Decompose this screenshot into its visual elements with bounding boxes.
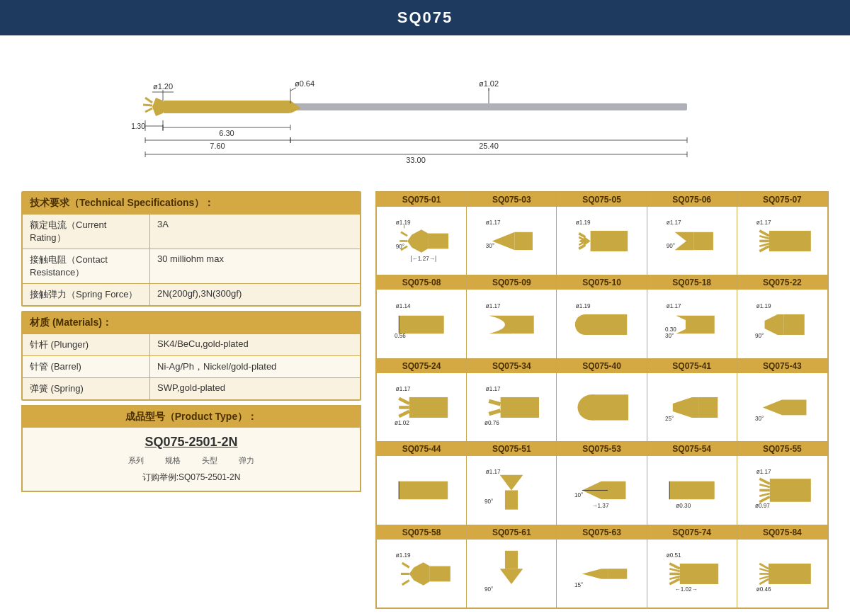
svg-text:|←1.27→|: |←1.27→| [411,256,436,262]
diagram-section: ø1.20 ø0.64 ø1.02 1.30 [21,42,829,184]
svg-text:ø0.97: ø0.97 [755,503,770,509]
svg-rect-73 [511,315,534,333]
tip-image-43: 30° [737,373,827,441]
tip-cell-84: SQ075-84 [737,525,827,608]
tip-header-08: SQ075-08 [377,275,466,290]
svg-text:90°: 90° [396,244,404,251]
tip-cell-43: SQ075-43 30° [737,359,827,442]
svg-line-2 [145,98,152,103]
tip-cell-51: SQ075-51 ø1.17 90° [467,442,557,525]
tip-header-43: SQ075-43 [737,359,827,373]
tip-header-03: SQ075-03 [467,193,556,207]
tip-image-34: ø1.17 ø0.76 [467,373,556,441]
svg-line-89 [399,411,409,416]
svg-text:1.30: 1.30 [131,122,145,130]
barrel-value: Ni-Ag/Ph，Nickel/gold-plated [150,356,360,377]
tip-header-34: SQ075-34 [467,359,556,373]
svg-text:ø1.17: ø1.17 [486,386,501,392]
label-force: 弹力 [239,455,254,466]
svg-line-122 [760,485,771,488]
tip-image-61: 90° [467,540,556,608]
tip-image-10: ø1.19 [557,290,646,358]
svg-rect-133 [430,566,450,581]
svg-line-151 [760,576,769,579]
svg-text:ø1.14: ø1.14 [396,302,411,309]
svg-line-87 [399,399,409,404]
svg-rect-135 [505,551,518,569]
tip-image-55: ø1.17 ø0.97 [737,456,827,524]
svg-rect-59 [693,232,713,250]
page: SQ075 [0,0,850,616]
svg-text:ø1.19: ø1.19 [756,302,771,309]
technical-specs-header: 技术要求（Technical Specifications）： [23,193,360,214]
tip-cell-22: SQ075-22 ø1.19 90° [737,275,827,358]
tip-image-84: ø0.46 [737,540,827,608]
tip-image-74: ←1.02→ ø0.51 [647,540,737,608]
svg-text:←1.02→: ←1.02→ [674,586,697,593]
tip-image-58: ø1.19 [377,540,466,608]
svg-marker-58 [674,232,693,250]
svg-text:25°: 25° [665,416,674,422]
svg-marker-134 [500,569,523,584]
tip-image-08: ø1.14 0.56 [377,290,466,358]
specs-panel: 技术要求（Technical Specifications）： 额定电流（Cur… [21,191,361,609]
svg-line-62 [760,231,770,236]
spec-row-plunger: 针杆 (Plunger) SK4/BeCu,gold-plated [23,333,360,355]
tip-cell-03: SQ075-03 ø1.17 30° [467,193,557,275]
svg-line-66 [760,246,770,251]
label-tiptype: 头型 [202,455,217,466]
tip-cell-06: SQ075-06 ø1.17 90° [647,193,737,275]
tip-cell-09: SQ075-09 ø1.17 [467,275,557,358]
svg-text:ø1.20: ø1.20 [153,82,173,91]
plunger-label: 针杆 (Plunger) [23,334,150,355]
tip-image-03: ø1.17 30° [467,207,556,275]
tip-image-01: ø1.19 [377,207,466,275]
svg-line-144 [669,579,680,584]
tip-cell-34: SQ075-34 ø1.17 ø0.76 [467,359,557,442]
tip-header-51: SQ075-51 [467,442,556,456]
diagram-container: ø1.20 ø0.64 ø1.02 1.30 [106,50,744,177]
tip-header-09: SQ075-09 [467,275,556,290]
plunger-value: SK4/BeCu,gold-plated [150,334,360,355]
svg-line-3 [143,105,152,105]
materials-header: 材质 (Materials)： [23,312,360,333]
svg-text:30°: 30° [755,416,764,422]
svg-text:ø0.51: ø0.51 [666,552,681,559]
tip-header-74: SQ075-74 [647,525,737,540]
label-spec: 规格 [165,455,181,466]
svg-text:90°: 90° [484,498,493,505]
svg-text:ø1.17: ø1.17 [666,302,681,309]
svg-line-94 [489,411,501,414]
tip-header-63: SQ075-63 [557,525,646,540]
svg-rect-79 [686,315,715,333]
svg-text:ø1.02: ø1.02 [395,420,409,426]
tip-header-07: SQ075-07 [737,193,827,207]
svg-rect-117 [669,481,714,499]
barrel-label: 针管 (Barrel) [23,356,150,377]
svg-text:ø0.76: ø0.76 [484,420,499,426]
tip-image-44 [377,456,466,524]
svg-rect-84 [784,314,805,335]
svg-marker-102 [763,400,782,416]
tip-cell-44: SQ075-44 [377,442,467,525]
svg-line-148 [760,564,769,569]
svg-text:ø1.17: ø1.17 [486,219,501,226]
tip-header-84: SQ075-84 [737,525,827,540]
svg-line-149 [760,569,769,571]
tip-header-55: SQ075-55 [737,442,827,456]
product-labels: 系列 规格 头型 弹力 [30,455,353,466]
svg-rect-126 [770,479,811,503]
svg-rect-105 [399,481,448,499]
svg-rect-56 [591,231,628,251]
tip-image-51: ø1.17 90° [467,456,556,524]
tip-header-24: SQ075-24 [377,359,466,373]
svg-text:ø1.19: ø1.19 [576,302,591,309]
tip-cell-01: SQ075-01 ø1.19 [377,193,467,275]
tip-cell-40: SQ075-40 [557,359,647,442]
tips-panel: SQ075-01 ø1.19 [375,191,829,609]
order-example: 订购举例:SQ075-2501-2N [30,472,353,484]
tip-cell-53: SQ075-53 10° →1.37 [557,442,647,525]
spec-row-spring-mat: 弹簧 (Spring) SWP,gold-plated [23,377,360,399]
probe-diagram: ø1.20 ø0.64 ø1.02 1.30 [106,50,744,177]
svg-line-125 [760,497,771,502]
